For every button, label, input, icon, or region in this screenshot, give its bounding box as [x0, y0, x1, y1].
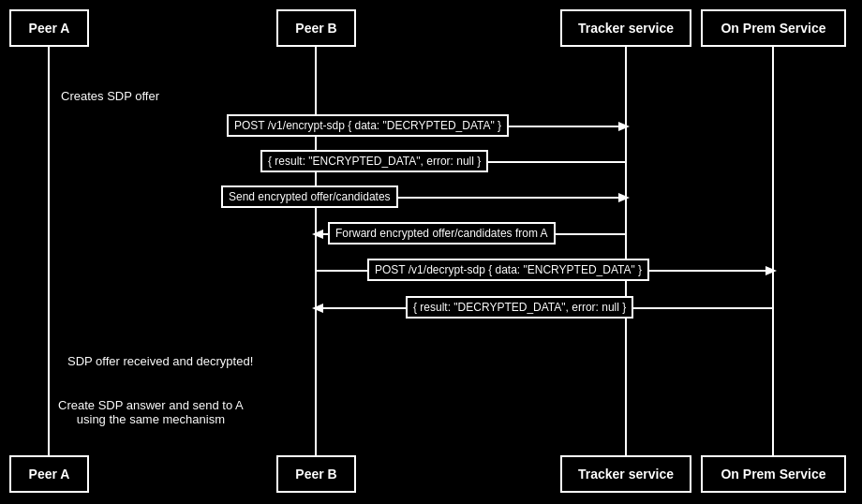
actor-peer-a-bottom: Peer A: [9, 455, 89, 493]
actor-peer-a-top: Peer A: [9, 9, 89, 47]
actor-onprem-bottom: On Prem Service: [701, 455, 846, 493]
note-sdp-received: SDP offer received and decrypted!: [67, 340, 253, 368]
msg4-label: Forward encrypted offer/candidates from …: [328, 222, 556, 245]
actor-onprem-top: On Prem Service: [701, 9, 846, 47]
msg2-label: { result: "ENCRYPTED_DATA", error: null …: [260, 150, 488, 172]
note-creates-sdp: Creates SDP offer: [61, 75, 159, 103]
svg-marker-5: [618, 193, 630, 202]
msg1-label: POST /v1/encrypt-sdp { data: "DECRYPTED_…: [227, 114, 509, 137]
sequence-diagram: Peer A Peer B Tracker service On Prem Se…: [0, 0, 862, 504]
svg-marker-11: [312, 304, 323, 313]
actor-peer-b-top: Peer B: [276, 9, 356, 47]
note-create-answer: Create SDP answer and send to A using th…: [58, 384, 244, 426]
svg-marker-1: [618, 122, 630, 131]
svg-marker-9: [765, 266, 777, 275]
msg3-label: Send encrypted offer/candidates: [221, 185, 398, 208]
actor-peer-b-bottom: Peer B: [276, 455, 356, 493]
msg5-label: POST /v1/decrypt-sdp { data: "ENCRYPTED_…: [367, 259, 649, 281]
actor-tracker-top: Tracker service: [560, 9, 691, 47]
svg-marker-7: [312, 230, 323, 239]
actor-tracker-bottom: Tracker service: [560, 455, 691, 493]
msg6-label: { result: "DECRYPTED_DATA", error: null …: [406, 296, 633, 319]
